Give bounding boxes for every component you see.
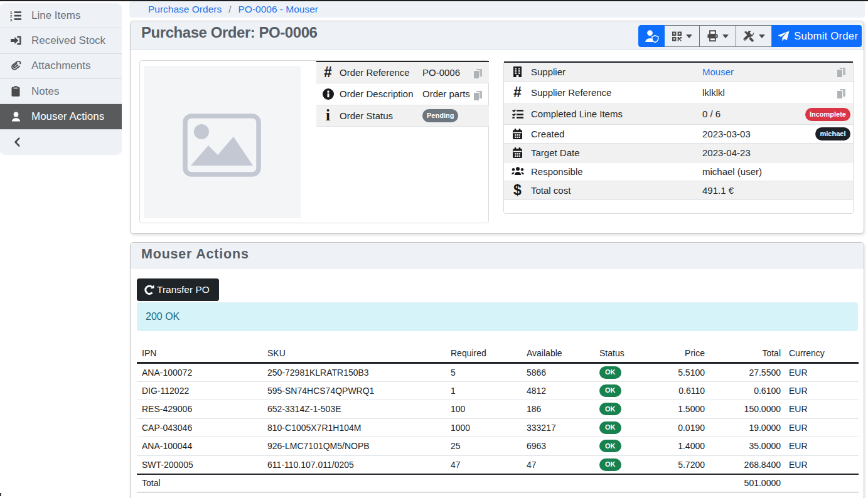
svg-text:3: 3 (10, 18, 13, 21)
